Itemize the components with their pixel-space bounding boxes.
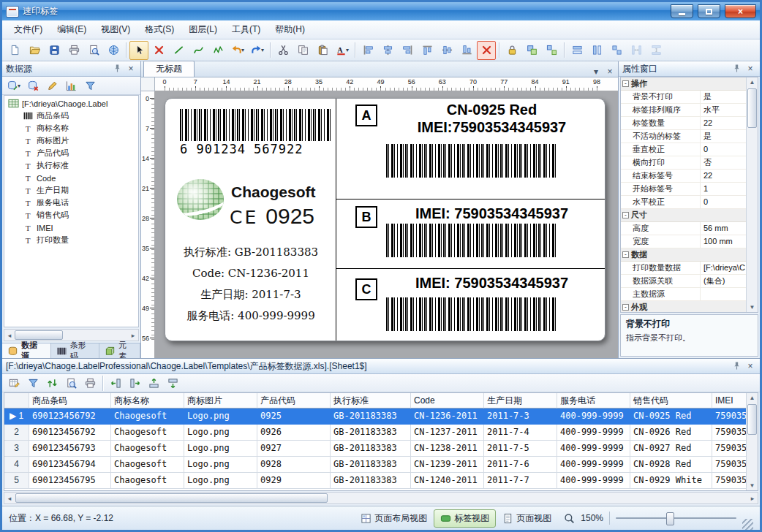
property-value[interactable] [701,288,747,300]
scroll-down-icon[interactable]: ▼ [750,303,755,312]
row-selector[interactable]: 4 [4,457,29,473]
property-row[interactable]: 水平校正0 [621,196,747,209]
table-cell[interactable]: CN-0927 Red [630,441,712,457]
tree-item[interactable]: T产品代码 [4,147,138,159]
scroll-left-icon[interactable]: ◂ [4,332,15,339]
collapse-icon[interactable]: - [622,80,629,87]
property-row[interactable]: 结束标签号22 [621,170,747,183]
zoom-slider-thumb[interactable] [666,512,674,525]
tree-item[interactable]: T服务电话 [4,197,138,209]
property-row[interactable]: 宽度100 mm [621,235,747,248]
tab-list-dropdown-icon[interactable]: ▾ [590,66,602,77]
row-selector[interactable]: 2 [4,425,29,441]
db-disconnect-button[interactable] [24,77,42,94]
table-cell[interactable]: 690123456794 [29,457,111,473]
menu-item[interactable]: 文件(F) [7,21,50,38]
menu-item[interactable]: 视图(V) [94,21,137,38]
dropdown-arrow-icon[interactable]: ▾ [346,47,349,53]
property-value[interactable]: 是 [701,130,747,142]
group-button[interactable] [522,41,541,60]
row-insert-down-button[interactable] [164,375,181,392]
network-globe-button[interactable] [104,41,123,60]
tree-item[interactable]: TIMEI [4,221,138,234]
property-value[interactable]: [F:\drieya\C [701,262,747,274]
properties-scrollbar[interactable]: ▲ ▼ [746,77,758,312]
table-cell[interactable]: GB-201183383 [331,441,411,457]
table-cell[interactable]: CN-0926 Red [630,425,712,441]
tree-item[interactable]: TCode [4,172,138,184]
letter-box[interactable]: A [355,104,377,126]
table-cell[interactable]: Chaogesoft [111,441,184,457]
scroll-thumb[interactable] [15,330,63,340]
lock-button[interactable] [502,41,521,60]
tree-item[interactable]: T生产日期 [4,184,138,197]
table-cell[interactable]: Chaogesoft [111,457,184,473]
curve-tool-button[interactable] [189,41,208,60]
scroll-right-icon[interactable]: ▸ [747,495,758,502]
document-tab[interactable]: 无标题 [143,61,195,77]
imei-barcode[interactable] [386,144,556,178]
font-button[interactable]: A▾ [333,41,352,60]
property-row[interactable]: 打印数量数据[F:\drieya\C [621,262,747,275]
brand-logo[interactable] [177,179,224,220]
label-section-b[interactable]: B IMEI: 75903534345937 [336,199,605,268]
resize-grip[interactable] [742,519,753,530]
property-row[interactable]: 背景不打印是 [621,91,747,104]
table-cell[interactable]: 2011-7-5 [484,441,557,457]
scroll-right-icon[interactable]: ▸ [128,332,138,339]
table-cell[interactable]: CN-0925 Red [630,408,712,425]
same-width-button[interactable] [567,41,586,60]
property-group[interactable]: -数据 [621,248,747,262]
property-row[interactable]: 主数据源 [621,288,747,301]
column-header[interactable]: 销售代码 [630,393,712,408]
tree-item[interactable]: T执行标准 [4,159,138,172]
tree-item[interactable]: T销售代码 [4,209,138,221]
design-canvas[interactable]: 6 901234 567922 Chaogesoft CE 0925 执行标准:… [154,91,618,358]
menu-item[interactable]: 编辑(E) [50,21,94,38]
save-button[interactable] [45,41,64,60]
row-selector[interactable]: 3 [4,441,29,457]
minimize-button[interactable] [671,4,693,18]
print-button[interactable] [64,41,83,60]
label-sheet[interactable]: 6 901234 567922 Chaogesoft CE 0925 执行标准:… [165,98,606,341]
table-cell[interactable]: 400-999-9999 [557,473,630,489]
scroll-up-icon[interactable]: ▲ [750,393,755,403]
imei-text[interactable]: IMEI: 75903534345937 [379,199,605,222]
scroll-left-icon[interactable]: ◂ [4,495,15,502]
same-size-button[interactable] [607,41,626,60]
property-value[interactable]: 22 [701,117,747,129]
brand-name[interactable]: Chaogesoft [231,183,316,201]
panel-tab-db-orange[interactable]: 数据源 [2,343,51,358]
dropdown-arrow-icon[interactable]: ▾ [241,47,244,53]
table-cell[interactable]: 400-999-9999 [557,408,630,425]
col-insert-left-button[interactable] [107,375,124,392]
pin-icon[interactable] [731,361,742,372]
label-section-a[interactable]: A CN-0925 Red IMEI:75903534345937 [336,99,605,199]
table-cell[interactable]: Logo.png [184,473,257,489]
column-header[interactable]: 商标图片 [184,393,257,408]
property-value[interactable]: 水平 [701,104,747,116]
redo-button[interactable]: ▾ [248,41,267,60]
row-insert-up-button[interactable] [145,375,162,392]
table-row[interactable]: ▶ 1690123456792ChaogesoftLogo.png0925GB-… [4,408,758,425]
menu-item[interactable]: 帮助(H) [268,21,312,38]
scroll-down-icon[interactable]: ▼ [750,481,755,490]
table-cell[interactable]: CN-0928 Red [630,457,712,473]
table-edit-button[interactable] [5,375,23,392]
property-value[interactable]: 1 [701,183,747,195]
ungroup-button[interactable] [542,41,561,60]
panel-tab-barcode-small[interactable]: 条形码 [51,343,100,358]
table-cell[interactable]: 0928 [257,457,331,473]
collapse-icon[interactable]: - [622,212,629,218]
property-group[interactable]: -操作 [621,77,747,91]
property-value[interactable]: 0 [701,143,747,156]
align-left-button[interactable] [358,41,377,60]
property-value[interactable]: 是 [701,91,747,103]
col-insert-right-button[interactable] [126,375,143,392]
row-selector[interactable]: ▶ 1 [4,408,29,425]
collapse-icon[interactable]: - [622,251,629,258]
label-info-line[interactable]: 生产日期: 2011-7-3 [168,284,333,305]
open-button[interactable] [25,41,44,60]
panel-tab-element-cube[interactable]: 元素 [99,343,140,358]
property-row[interactable]: 数据源关联(集合) [621,275,747,288]
